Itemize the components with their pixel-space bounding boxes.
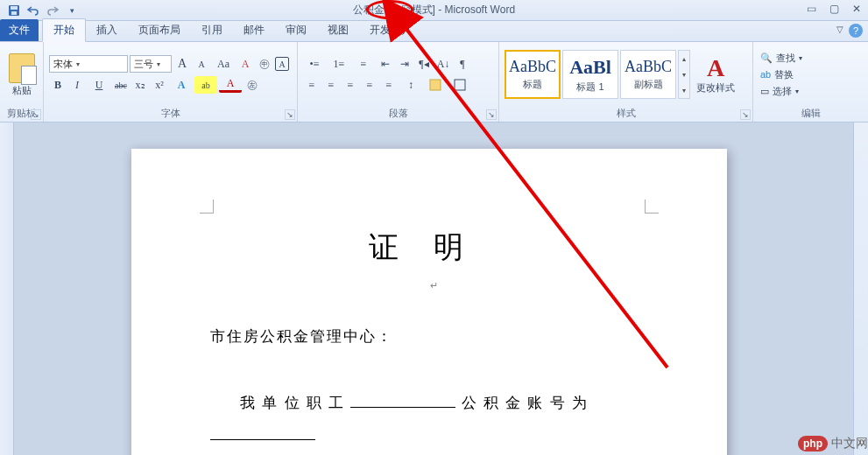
clear-formatting-button[interactable]: A: [236, 55, 254, 73]
superscript-button[interactable]: x²: [151, 76, 168, 94]
show-marks-button[interactable]: ¶: [454, 55, 471, 73]
select-icon: ▭: [760, 86, 769, 97]
paragraph-mark-icon: ↵: [210, 280, 657, 291]
font-launcher-icon[interactable]: ↘: [285, 109, 295, 120]
file-tab[interactable]: 文件: [0, 19, 39, 41]
subscript-button[interactable]: x₂: [131, 76, 149, 94]
shading-button[interactable]: [424, 76, 447, 94]
change-styles-button[interactable]: A 更改样式: [694, 56, 737, 93]
styles-launcher-icon[interactable]: ↘: [740, 109, 751, 120]
change-styles-icon: A: [707, 56, 724, 80]
paste-button[interactable]: 粘贴: [5, 53, 38, 95]
paragraph-launcher-icon[interactable]: ↘: [486, 109, 497, 120]
align-right-button[interactable]: ≡: [342, 76, 359, 94]
title-bar: ▾ 公积金 [兼容模式] - Microsoft Word ▭ ▢ ✕: [0, 0, 868, 21]
qat-customize-icon[interactable]: ▾: [63, 2, 81, 19]
font-name-combo[interactable]: 宋体▾: [49, 55, 128, 73]
change-case-button[interactable]: Aa: [212, 55, 235, 73]
justify-button[interactable]: ≡: [361, 76, 378, 94]
align-center-button[interactable]: ≡: [322, 76, 340, 94]
select-button[interactable]: ▭选择▾: [759, 84, 804, 99]
group-label-font: 字体: [49, 105, 292, 122]
strikethrough-button[interactable]: abc: [112, 76, 130, 94]
minimize-ribbon-icon[interactable]: ▽: [836, 24, 843, 34]
doc-paragraph: 我 单 位 职 工 公 积 金 账 号 为 身份证号为 需提取住房公积金用于一次: [210, 387, 657, 455]
group-paragraph: •≡ 1≡ ≡ ⇤ ⇥ ¶◂ A↓ ¶ ≡ ≡ ≡ ≡ ≡: [298, 42, 499, 122]
replace-button[interactable]: ab替换: [759, 67, 804, 82]
group-clipboard: 粘贴 剪贴板 ↘: [0, 42, 44, 122]
find-icon: 🔍: [760, 52, 773, 64]
bullets-button[interactable]: •≡: [303, 55, 326, 73]
vertical-ruler[interactable]: [0, 122, 14, 455]
align-left-button[interactable]: ≡: [303, 76, 321, 94]
tab-developer[interactable]: 开发工具: [359, 19, 422, 41]
window-controls: ▭ ▢ ✕: [803, 2, 864, 16]
ribbon: 粘贴 剪贴板 ↘ 宋体▾ 三号▾ A A Aa A ㊥ A: [0, 42, 868, 122]
tab-view[interactable]: 视图: [317, 19, 359, 41]
bold-button[interactable]: B: [49, 76, 67, 94]
ltr-button[interactable]: ¶◂: [415, 55, 433, 73]
svg-rect-1: [11, 6, 18, 10]
highlight-button[interactable]: ab: [194, 76, 217, 94]
svg-rect-3: [430, 80, 441, 90]
replace-icon: ab: [760, 69, 771, 80]
font-color-button[interactable]: A: [219, 78, 242, 93]
tab-layout[interactable]: 页面布局: [128, 19, 191, 41]
close-button[interactable]: ✕: [849, 2, 864, 16]
clipboard-launcher-icon[interactable]: ↘: [31, 109, 41, 120]
quick-access-toolbar: ▾: [0, 2, 81, 19]
style-item-heading1[interactable]: AaBl 标题 1: [562, 50, 618, 99]
decrease-indent-button[interactable]: ⇤: [377, 55, 394, 73]
paste-icon: [9, 53, 35, 83]
seg1: 我 单 位 职 工: [240, 395, 345, 411]
window-title: 公积金 [兼容模式] - Microsoft Word: [0, 3, 868, 18]
style-gallery: AaBbC 标题 AaBl 标题 1 AaBbC 副标题 ▴▾▾: [505, 50, 690, 99]
watermark-text: 中文网: [831, 436, 868, 452]
seg2: 公 积 金 账 号 为: [462, 395, 589, 411]
italic-button[interactable]: I: [68, 76, 86, 94]
watermark-badge: php: [798, 436, 828, 452]
document-page[interactable]: 证明 ↵ 市住房公积金管理中心： 我 单 位 职 工 公 积 金 账 号 为 身…: [131, 149, 727, 455]
enclose-char-button[interactable]: ㊧: [243, 76, 261, 94]
doc-name: 公积金: [353, 4, 385, 16]
group-styles: AaBbC 标题 AaBl 标题 1 AaBbC 副标题 ▴▾▾ A 更改: [499, 42, 753, 122]
style-item-heading[interactable]: AaBbC 标题: [505, 50, 561, 99]
increase-indent-button[interactable]: ⇥: [396, 55, 413, 73]
app-name: - Microsoft Word: [438, 4, 515, 16]
distribute-button[interactable]: ≡: [380, 76, 398, 94]
sort-button[interactable]: A↓: [434, 55, 452, 73]
tab-review[interactable]: 审阅: [275, 19, 317, 41]
char-border-button[interactable]: A: [275, 57, 289, 71]
style-item-subtitle[interactable]: AaBbC 副标题: [620, 50, 676, 99]
text-effects-button[interactable]: A: [170, 76, 193, 94]
group-label-editing: 编辑: [759, 105, 863, 122]
maximize-button[interactable]: ▢: [826, 2, 842, 16]
style-gallery-more-icon[interactable]: ▴▾▾: [678, 50, 690, 99]
tab-references[interactable]: 引用: [191, 19, 233, 41]
tab-mailings[interactable]: 邮件: [233, 19, 275, 41]
blank-field-2: [210, 425, 315, 440]
group-label-styles: 样式: [505, 105, 747, 122]
compat-mode: [兼容模式]: [387, 4, 435, 16]
multilevel-list-button[interactable]: ≡: [352, 55, 375, 73]
save-icon[interactable]: [5, 2, 23, 19]
line-spacing-button[interactable]: ↕: [399, 76, 422, 94]
help-icon[interactable]: ?: [849, 24, 863, 38]
find-button[interactable]: 🔍查找▾: [759, 51, 804, 66]
document-area[interactable]: 证明 ↵ 市住房公积金管理中心： 我 单 位 职 工 公 积 金 账 号 为 身…: [0, 122, 868, 455]
minimize-button[interactable]: ▭: [803, 2, 819, 16]
undo-icon[interactable]: [25, 2, 42, 19]
grow-font-button[interactable]: A: [173, 55, 191, 73]
font-size-combo[interactable]: 三号▾: [130, 55, 172, 73]
numbering-button[interactable]: 1≡: [328, 55, 350, 73]
borders-button[interactable]: [448, 76, 471, 94]
tab-home[interactable]: 开始: [42, 18, 86, 42]
shrink-font-button[interactable]: A: [193, 55, 210, 73]
tab-insert[interactable]: 插入: [86, 19, 128, 41]
group-label-paragraph: 段落: [303, 105, 493, 122]
underline-button[interactable]: U: [88, 76, 110, 94]
redo-icon[interactable]: [44, 2, 61, 19]
phonetic-guide-button[interactable]: ㊥: [256, 55, 273, 73]
svg-rect-2: [11, 11, 17, 15]
group-editing: 🔍查找▾ ab替换 ▭选择▾ 编辑: [753, 42, 868, 122]
